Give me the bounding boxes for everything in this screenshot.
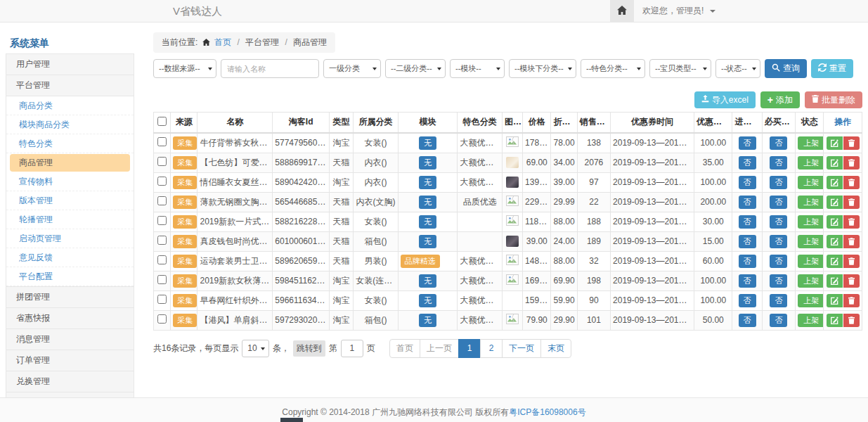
- status-button[interactable]: 上架: [798, 314, 824, 327]
- sidebar-submenu-item[interactable]: 宣传物料: [6, 172, 134, 191]
- item-type-filter[interactable]: --宝贝类型--: [649, 59, 711, 78]
- sidebar-submenu-item[interactable]: 轮播管理: [6, 210, 134, 229]
- jump-button[interactable]: 跳转到: [293, 340, 325, 357]
- status-button[interactable]: 上架: [798, 136, 824, 150]
- sidebar-submenu-item[interactable]: 商品管理: [10, 154, 130, 172]
- sidebar-menu-item[interactable]: 用户管理: [6, 53, 134, 75]
- level1-category-filter[interactable]: 一级分类: [323, 59, 381, 78]
- home-button[interactable]: [610, 0, 634, 22]
- pager-button[interactable]: 下一页: [502, 339, 541, 358]
- page-size-select[interactable]: 10: [242, 340, 268, 357]
- sidebar-submenu-item[interactable]: 模块商品分类: [6, 115, 134, 134]
- reset-button[interactable]: 重置: [811, 59, 853, 78]
- sidebar-submenu-item[interactable]: 版本管理: [6, 191, 134, 210]
- edit-button[interactable]: [827, 136, 843, 150]
- sidebar-menu-item[interactable]: 拼团管理: [6, 286, 134, 307]
- user-menu[interactable]: 欢迎您，管理员!: [642, 0, 715, 22]
- delete-button[interactable]: [843, 136, 860, 150]
- status-button[interactable]: 上架: [798, 215, 824, 229]
- must-buy-toggle[interactable]: 否: [770, 136, 787, 150]
- import-optimal-toggle[interactable]: 否: [739, 235, 756, 248]
- sidebar-menu-item[interactable]: 兑换管理: [6, 371, 134, 392]
- must-buy-toggle[interactable]: 否: [770, 255, 787, 268]
- search-button[interactable]: 查询: [765, 59, 807, 78]
- import-optimal-toggle[interactable]: 否: [739, 255, 756, 268]
- status-button[interactable]: 上架: [798, 176, 824, 189]
- import-optimal-toggle[interactable]: 否: [739, 136, 756, 150]
- row-checkbox[interactable]: [157, 236, 167, 245]
- delete-button[interactable]: [843, 274, 860, 288]
- sidebar-menu-item[interactable]: 省惠快报: [6, 307, 134, 328]
- edit-button[interactable]: [827, 215, 843, 229]
- delete-button[interactable]: [843, 156, 860, 170]
- must-buy-toggle[interactable]: 否: [770, 156, 787, 170]
- edit-button[interactable]: [827, 156, 843, 170]
- name-search-input[interactable]: [221, 59, 319, 78]
- status-button[interactable]: 上架: [798, 274, 824, 288]
- import-optimal-toggle[interactable]: 否: [739, 314, 756, 327]
- delete-button[interactable]: [843, 294, 860, 307]
- row-checkbox[interactable]: [157, 196, 167, 205]
- batch-delete-button[interactable]: 批量删除: [805, 91, 862, 108]
- sidebar-menu-item[interactable]: 消息管理: [6, 328, 134, 350]
- import-optimal-toggle[interactable]: 否: [739, 196, 756, 209]
- sidebar-submenu-item[interactable]: 平台配置: [6, 267, 134, 286]
- edit-button[interactable]: [827, 176, 843, 189]
- icp-link[interactable]: 粤ICP备16098006号: [509, 407, 585, 417]
- breadcrumb-home-link[interactable]: 首页: [214, 37, 231, 47]
- row-checkbox[interactable]: [157, 314, 167, 324]
- import-optimal-toggle[interactable]: 否: [739, 274, 756, 288]
- scrollbar-thumb[interactable]: [280, 418, 303, 422]
- row-checkbox[interactable]: [157, 255, 167, 264]
- must-buy-toggle[interactable]: 否: [770, 215, 787, 229]
- sidebar-menu-item[interactable]: 结算管理: [6, 392, 134, 397]
- module-subcategory-filter[interactable]: --模块下分类--: [509, 59, 576, 78]
- pager-button[interactable]: 上一页: [420, 339, 459, 358]
- delete-button[interactable]: [843, 176, 860, 189]
- delete-button[interactable]: [843, 255, 860, 268]
- status-button[interactable]: 上架: [798, 294, 824, 307]
- edit-button[interactable]: [827, 235, 843, 248]
- edit-button[interactable]: [827, 274, 843, 288]
- import-optimal-toggle[interactable]: 否: [739, 215, 756, 229]
- add-button[interactable]: + 添加: [760, 91, 800, 108]
- delete-button[interactable]: [843, 196, 860, 209]
- delete-button[interactable]: [843, 314, 860, 327]
- import-optimal-toggle[interactable]: 否: [739, 156, 756, 170]
- delete-button[interactable]: [843, 235, 860, 248]
- row-checkbox[interactable]: [157, 177, 167, 186]
- pager-button[interactable]: 首页: [389, 339, 420, 358]
- status-button[interactable]: 上架: [798, 196, 824, 209]
- sidebar-submenu-item[interactable]: 意见反馈: [6, 248, 134, 267]
- page-number-input[interactable]: [341, 340, 363, 357]
- row-checkbox[interactable]: [157, 137, 167, 146]
- import-excel-button[interactable]: 导入excel: [694, 91, 756, 108]
- must-buy-toggle[interactable]: 否: [770, 314, 787, 327]
- status-filter[interactable]: --状态--: [715, 59, 760, 78]
- sidebar-menu-item[interactable]: 订单管理: [6, 350, 134, 371]
- delete-button[interactable]: [843, 215, 860, 229]
- row-checkbox[interactable]: [157, 295, 167, 304]
- edit-button[interactable]: [827, 255, 843, 268]
- must-buy-toggle[interactable]: 否: [770, 294, 787, 307]
- edit-button[interactable]: [827, 314, 843, 327]
- row-checkbox[interactable]: [157, 216, 167, 225]
- feature-category-filter[interactable]: --特色分类--: [581, 59, 645, 78]
- data-source-filter[interactable]: --数据来源--: [153, 59, 216, 78]
- status-button[interactable]: 上架: [798, 255, 824, 268]
- sidebar-menu-item[interactable]: 平台管理: [6, 75, 134, 96]
- status-button[interactable]: 上架: [798, 156, 824, 170]
- row-checkbox[interactable]: [157, 275, 167, 284]
- import-optimal-toggle[interactable]: 否: [739, 176, 756, 189]
- must-buy-toggle[interactable]: 否: [770, 274, 787, 288]
- status-button[interactable]: 上架: [798, 235, 824, 248]
- sidebar-submenu-item[interactable]: 特色分类: [6, 134, 134, 153]
- level2-category-filter[interactable]: --二级分类--: [385, 59, 446, 78]
- pager-button[interactable]: 2: [480, 339, 503, 358]
- must-buy-toggle[interactable]: 否: [770, 196, 787, 209]
- edit-button[interactable]: [827, 294, 843, 307]
- import-optimal-toggle[interactable]: 否: [739, 294, 756, 307]
- pager-button[interactable]: 末页: [540, 339, 571, 358]
- row-checkbox[interactable]: [157, 157, 167, 166]
- must-buy-toggle[interactable]: 否: [770, 235, 787, 248]
